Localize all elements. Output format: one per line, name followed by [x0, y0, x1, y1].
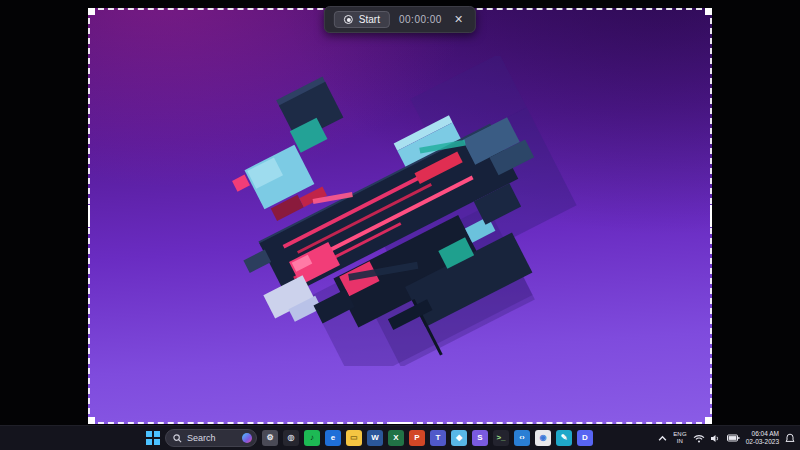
store-icon[interactable]: S — [472, 430, 488, 446]
recording-timer: 00:00:00 — [399, 14, 442, 25]
spotify-icon[interactable]: ♪ — [304, 430, 320, 446]
resize-handle-top-left[interactable] — [88, 8, 95, 15]
discord-icon[interactable]: D — [577, 430, 593, 446]
volume-icon[interactable] — [711, 434, 721, 443]
taskbar: Search ⚙◎♪e▭WXPT◆S>_‹›◉✎D ENG IN — [0, 425, 800, 450]
start-recording-button[interactable]: Start — [334, 11, 390, 28]
search-highlights-icon — [242, 433, 252, 443]
paint-icon[interactable]: ✎ — [556, 430, 572, 446]
clock[interactable]: 06:04 AM 02-03-2023 — [746, 430, 779, 446]
wallpaper-art — [220, 56, 580, 366]
resize-handle-top-right[interactable] — [705, 8, 712, 15]
wifi-icon[interactable] — [693, 434, 705, 443]
powerpoint-icon[interactable]: P — [409, 430, 425, 446]
close-icon[interactable]: ✕ — [451, 13, 466, 26]
vscode-icon[interactable]: ‹› — [514, 430, 530, 446]
notifications-bell-icon[interactable] — [785, 433, 795, 443]
chrome-icon[interactable]: ◉ — [535, 430, 551, 446]
search-placeholder: Search — [187, 433, 216, 443]
excel-icon[interactable]: X — [388, 430, 404, 446]
resize-handle-bottom[interactable] — [389, 422, 411, 424]
windows-logo-icon — [146, 431, 152, 437]
language-indicator[interactable]: ENG IN — [673, 431, 687, 445]
resize-handle-right[interactable] — [710, 205, 712, 227]
search-box[interactable]: Search — [165, 429, 257, 447]
settings-icon[interactable]: ⚙ — [262, 430, 278, 446]
edge-icon[interactable]: e — [325, 430, 341, 446]
obs-recorder-icon[interactable]: ◎ — [283, 430, 299, 446]
taskbar-center-group: Search ⚙◎♪e▭WXPT◆S>_‹›◉✎D — [146, 426, 593, 450]
photos-icon[interactable]: ◆ — [451, 430, 467, 446]
screen-recorder-toolbar: Start 00:00:00 ✕ — [324, 6, 476, 33]
record-icon — [344, 15, 353, 24]
desktop-wallpaper — [88, 8, 712, 424]
start-label: Start — [359, 14, 380, 25]
resize-handle-bottom-left[interactable] — [88, 417, 95, 424]
terminal-icon[interactable]: >_ — [493, 430, 509, 446]
word-icon[interactable]: W — [367, 430, 383, 446]
resize-handle-bottom-right[interactable] — [705, 417, 712, 424]
system-tray: ENG IN 06:04 AM 02-03-2023 — [658, 426, 795, 450]
battery-icon[interactable] — [727, 434, 740, 442]
tray-date: 02-03-2023 — [746, 438, 779, 446]
teams-icon[interactable]: T — [430, 430, 446, 446]
file-explorer-icon[interactable]: ▭ — [346, 430, 362, 446]
taskbar-app-icons: ⚙◎♪e▭WXPT◆S>_‹›◉✎D — [262, 430, 593, 446]
search-icon — [173, 434, 182, 443]
hidden-icons-chevron-icon[interactable] — [658, 435, 667, 442]
tray-time: 06:04 AM — [746, 430, 779, 438]
start-menu-button[interactable] — [146, 431, 160, 445]
resize-handle-left[interactable] — [88, 205, 90, 227]
